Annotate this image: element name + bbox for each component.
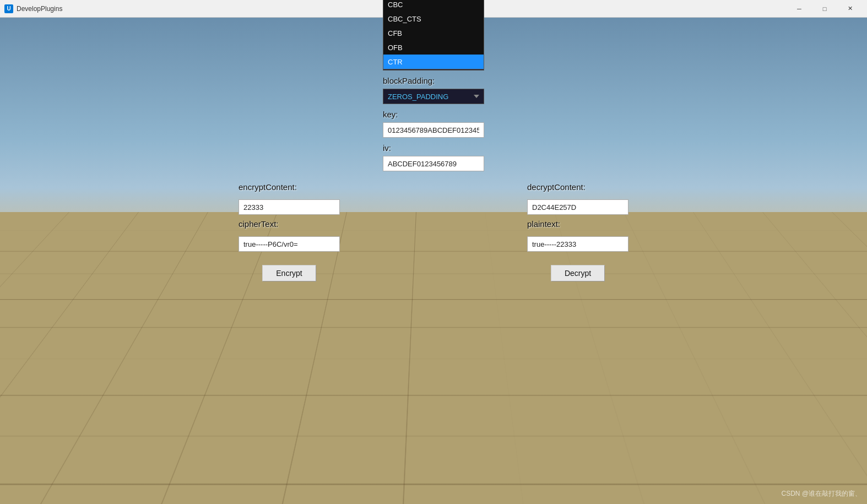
mode-option-cfb[interactable]: CFB [383, 26, 484, 40]
padding-dropdown[interactable]: ZEROS_PADDING [383, 89, 484, 104]
cipher-text-label: cipherText: [239, 219, 340, 229]
minimize-button[interactable]: ─ [787, 0, 812, 18]
encrypt-decrypt-section: encryptContent: cipherText: Encrypt decr… [239, 182, 628, 281]
block-padding-section: blockPadding: ZEROS_PADDING [383, 76, 484, 104]
app-icon: U [4, 4, 13, 13]
decrypt-column: decryptContent: plaintext: Decrypt [527, 182, 628, 281]
plaintext-label: plaintext: [527, 219, 628, 229]
mode-option-cbc-cts[interactable]: CBC_CTS [383, 12, 484, 26]
iv-label: iv: [383, 143, 484, 153]
ui-panel: CTR ECB CBC CBC_CTS CFB OFB CTR [0, 18, 867, 504]
iv-input[interactable] [383, 156, 484, 171]
padding-value: ZEROS_PADDING [388, 93, 448, 101]
encrypt-content-input[interactable] [239, 199, 340, 215]
encrypt-button-wrapper: Encrypt [239, 265, 340, 281]
decrypt-button-wrapper: Decrypt [527, 265, 628, 281]
block-padding-label: blockPadding: [383, 76, 484, 85]
window-controls: ─ □ ✕ [787, 0, 863, 18]
decrypt-content-input[interactable] [527, 199, 628, 215]
encrypt-content-label: encryptContent: [239, 182, 340, 192]
mode-dropdown-menu[interactable]: CTR ECB CBC CBC_CTS CFB OFB CTR [383, 0, 484, 69]
padding-arrow [474, 95, 479, 98]
key-input[interactable] [383, 122, 484, 138]
encrypt-column: encryptContent: cipherText: Encrypt [239, 182, 340, 281]
mode-option-ctr[interactable]: CTR [383, 55, 484, 69]
decrypt-button[interactable]: Decrypt [551, 265, 605, 281]
maximize-button[interactable]: □ [812, 0, 837, 18]
decrypt-content-label: decryptContent: [527, 182, 628, 192]
mode-dropdown-wrapper: CTR ECB CBC CBC_CTS CFB OFB CTR [383, 34, 484, 50]
cipher-text-input[interactable] [239, 236, 340, 252]
encrypt-button[interactable]: Encrypt [262, 265, 316, 281]
key-section: key: [383, 110, 484, 138]
mode-option-ofb[interactable]: OFB [383, 40, 484, 55]
plaintext-input[interactable] [527, 236, 628, 252]
key-label: key: [383, 110, 484, 119]
mode-option-cbc[interactable]: CBC [383, 0, 484, 12]
watermark: CSDN @谁在敲打我的窗、 [781, 489, 861, 498]
close-button[interactable]: ✕ [837, 0, 863, 18]
iv-section: iv: [383, 143, 484, 171]
